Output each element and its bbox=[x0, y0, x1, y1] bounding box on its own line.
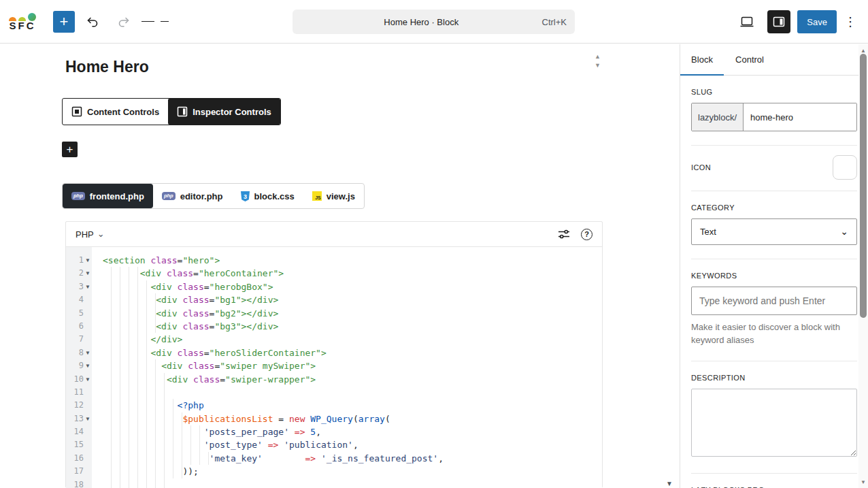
icon-label: ICON bbox=[691, 163, 711, 172]
code-line[interactable]: 8▼<div class="heroSliderContainer"> bbox=[66, 346, 602, 359]
code-text: </div> bbox=[92, 333, 182, 346]
code-line[interactable]: 5<div class="bg2"></div> bbox=[66, 307, 602, 320]
code-line[interactable]: 11 bbox=[66, 386, 602, 399]
code-line[interactable]: 2▼<div class="heroContainer"> bbox=[66, 267, 602, 280]
code-line[interactable]: 13▼$publicationsList = new WP_Query(arra… bbox=[66, 412, 602, 425]
sfc-logo-text: SFC bbox=[10, 21, 36, 31]
sidebar-scrollbar[interactable]: ▲ ▼ bbox=[858, 44, 868, 488]
tab-block[interactable]: Block bbox=[680, 44, 724, 75]
tune-settings-icon[interactable] bbox=[558, 228, 570, 240]
code-lines[interactable]: 1▼<section class="hero">2▼<div class="he… bbox=[66, 247, 602, 488]
inspector-controls-button[interactable]: Inspector Controls bbox=[168, 99, 280, 125]
tab-label: block.css bbox=[254, 191, 295, 201]
line-number: 6 bbox=[66, 320, 84, 333]
redo-button[interactable] bbox=[110, 8, 137, 35]
save-button[interactable]: Save bbox=[797, 10, 837, 33]
code-line[interactable]: 18 bbox=[66, 478, 602, 488]
block-appender-button[interactable]: + bbox=[62, 142, 78, 157]
icon-picker-button[interactable] bbox=[833, 155, 857, 180]
fold-arrow-icon[interactable]: ▼ bbox=[84, 280, 92, 293]
fold-arrow-icon[interactable]: ▼ bbox=[84, 359, 92, 372]
code-line[interactable]: 1▼<section class="hero"> bbox=[66, 254, 602, 267]
slug-section: SLUG lazyblock/ bbox=[691, 76, 857, 146]
mover-down-icon[interactable]: ▼ bbox=[595, 63, 601, 69]
fold-spacer bbox=[84, 425, 92, 438]
code-line[interactable]: 16'meta_key' => '_is_ns_featured_post', bbox=[66, 452, 602, 465]
options-menu-button[interactable]: ⋮ bbox=[841, 14, 860, 29]
tab-control[interactable]: Control bbox=[724, 44, 775, 75]
category-value: Text bbox=[700, 227, 716, 237]
code-text bbox=[92, 478, 172, 488]
content-controls-label: Content Controls bbox=[87, 107, 159, 117]
fold-spacer bbox=[84, 320, 92, 333]
code-line[interactable]: 3▼<div class="herobgBox"> bbox=[66, 280, 602, 293]
command-palette-bar[interactable]: Home Hero · Block Ctrl+K bbox=[293, 10, 575, 34]
fold-arrow-icon[interactable]: ▼ bbox=[84, 267, 92, 280]
document-overview-button[interactable] bbox=[141, 8, 169, 35]
scroll-down-indicator-icon[interactable]: ▼ bbox=[666, 480, 673, 487]
code-line[interactable]: 17)); bbox=[66, 465, 602, 478]
sidebar-panel-icon bbox=[177, 106, 188, 117]
line-number: 15 bbox=[66, 438, 84, 451]
tab-frontend-php[interactable]: php frontend.php bbox=[63, 184, 153, 208]
code-line[interactable]: 4<div class="bg1"></div> bbox=[66, 293, 602, 306]
block-mover: ▲ ▼ bbox=[595, 54, 601, 69]
js-icon: JS bbox=[312, 191, 322, 201]
line-number: 14 bbox=[66, 425, 84, 438]
fold-arrow-icon[interactable]: ▼ bbox=[84, 254, 92, 267]
fold-spacer bbox=[84, 399, 92, 412]
line-number: 11 bbox=[66, 386, 84, 399]
tab-label: editor.php bbox=[180, 191, 223, 201]
fold-arrow-icon[interactable]: ▼ bbox=[84, 346, 92, 359]
editor-canvas: Home Hero ▲ ▼ Content Controls Inspector… bbox=[0, 44, 679, 488]
code-line[interactable]: 6<div class="bg3"></div> bbox=[66, 320, 602, 333]
redo-icon bbox=[116, 14, 132, 30]
scroll-down-icon[interactable]: ▼ bbox=[858, 477, 868, 487]
settings-sidebar: Block Control SLUG lazyblock/ ICON CATEG… bbox=[680, 44, 868, 488]
keywords-input[interactable] bbox=[691, 287, 857, 315]
fold-arrow-icon[interactable]: ▼ bbox=[84, 412, 92, 425]
fold-spacer bbox=[84, 333, 92, 346]
code-line[interactable]: 12<?php bbox=[66, 399, 602, 412]
code-file-tabs: php frontend.php php editor.php 3 block.… bbox=[62, 183, 365, 209]
block-inserter-toggle-button[interactable]: + bbox=[53, 11, 75, 33]
code-text: $publicationsList = new WP_Query(array( bbox=[92, 412, 390, 425]
undo-button[interactable] bbox=[79, 8, 106, 35]
language-select[interactable]: PHP ⌄ bbox=[76, 229, 105, 240]
code-text: <div class="bg3"></div> bbox=[92, 320, 278, 333]
line-number: 5 bbox=[66, 307, 84, 320]
settings-sidebar-toggle-button[interactable] bbox=[767, 10, 790, 33]
plus-icon: + bbox=[67, 143, 73, 156]
code-text: 'meta_key' => '_is_ns_featured_post', bbox=[92, 452, 444, 465]
tab-view-js[interactable]: JS view.js bbox=[303, 184, 364, 208]
help-icon[interactable]: ? bbox=[581, 229, 592, 240]
tab-block-css[interactable]: 3 block.css bbox=[232, 184, 303, 208]
sidebar-tabs: Block Control bbox=[680, 44, 868, 76]
tab-editor-php[interactable]: php editor.php bbox=[153, 184, 232, 208]
category-select[interactable]: Text ⌄ bbox=[691, 218, 857, 245]
code-line[interactable]: 14'posts_per_page' => 5, bbox=[66, 425, 602, 438]
fold-spacer bbox=[84, 452, 92, 465]
code-line[interactable]: 9▼<div class="swiper mySwiper"> bbox=[66, 359, 602, 372]
code-line[interactable]: 7</div> bbox=[66, 333, 602, 346]
code-text: <section class="hero"> bbox=[92, 254, 220, 267]
tab-label: view.js bbox=[327, 191, 355, 201]
fold-arrow-icon[interactable]: ▼ bbox=[84, 373, 92, 386]
preview-button[interactable] bbox=[733, 8, 761, 35]
code-text: <div class="bg1"></div> bbox=[92, 293, 278, 306]
code-line[interactable]: 15'post_type' => 'publication', bbox=[66, 438, 602, 451]
list-view-icon bbox=[150, 21, 154, 22]
code-line[interactable]: 10▼<div class="swiper-wrapper"> bbox=[66, 373, 602, 386]
laptop-icon bbox=[739, 14, 755, 30]
mover-up-icon[interactable]: ▲ bbox=[595, 54, 601, 60]
content-controls-button[interactable]: Content Controls bbox=[63, 99, 168, 125]
fold-spacer bbox=[84, 293, 92, 306]
code-text: <?php bbox=[92, 399, 204, 412]
description-textarea[interactable] bbox=[691, 389, 857, 457]
slug-input[interactable] bbox=[744, 103, 856, 131]
command-shortcut: Ctrl+K bbox=[542, 17, 567, 27]
category-label: CATEGORY bbox=[691, 204, 857, 212]
scrollbar-thumb[interactable] bbox=[860, 54, 867, 318]
block-title[interactable]: Home Hero bbox=[65, 58, 149, 76]
code-text bbox=[92, 386, 172, 399]
